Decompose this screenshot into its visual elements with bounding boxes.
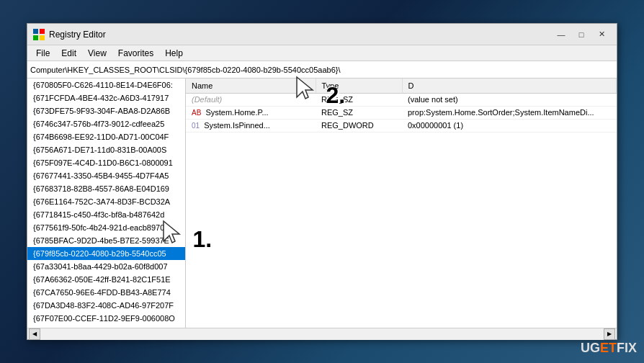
tree-item[interactable]: {676E1164-752C-3A74-8D3F-BCD32A bbox=[27, 195, 185, 208]
row-name: 01 System.IsPinned... bbox=[186, 119, 316, 132]
logo-et: ET bbox=[600, 341, 617, 355]
address-path: Computer\HKEY_CLASSES_ROOT\CLSID\{679f85… bbox=[30, 66, 340, 74]
scroll-right-arrow[interactable]: ▶ bbox=[604, 328, 615, 340]
col-type: Type bbox=[316, 79, 402, 93]
tree-item[interactable]: {67718415-c450-4f3c-bf8a-b487642d bbox=[27, 208, 185, 221]
tree-item[interactable]: {6785BFAC-9D2D-4be5-B7E2-59937E bbox=[27, 234, 185, 247]
menu-bar: File Edit View Favorites Help bbox=[27, 45, 617, 61]
title-bar-left: Registry Editor bbox=[33, 29, 106, 40]
row-name: AB System.Home.P... bbox=[186, 106, 316, 119]
table-row[interactable]: (Default) REG_SZ (value not set) bbox=[186, 93, 617, 106]
menu-favorites[interactable]: Favorites bbox=[112, 47, 159, 60]
tree-item-selected[interactable]: {679f85cb-0220-4080-b29b-5540cc05 bbox=[27, 247, 185, 260]
address-bar[interactable]: Computer\HKEY_CLASSES_ROOT\CLSID\{679f85… bbox=[27, 61, 617, 79]
tree-item[interactable]: {67F07E00-CCEF-11D2-9EF9-006008O bbox=[27, 312, 185, 325]
scroll-left-arrow[interactable]: ◀ bbox=[29, 328, 40, 340]
row-type: REG_SZ bbox=[316, 93, 402, 106]
menu-file[interactable]: File bbox=[30, 47, 55, 60]
scroll-track bbox=[40, 328, 604, 340]
row-value: prop:System.Home.SortOrder;System.ItemNa… bbox=[402, 106, 617, 119]
title-controls: — □ ✕ bbox=[552, 27, 611, 42]
tree-item[interactable]: {673DFE75-9F93-304F-ABA8-D2A86B bbox=[27, 104, 185, 117]
svg-rect-0 bbox=[33, 29, 38, 34]
window-title: Registry Editor bbox=[49, 30, 106, 40]
svg-rect-3 bbox=[40, 35, 45, 40]
table-row[interactable]: 01 System.IsPinned... REG_DWORD 0x000000… bbox=[186, 119, 617, 132]
menu-view[interactable]: View bbox=[82, 47, 112, 60]
row-type: REG_DWORD bbox=[316, 119, 402, 132]
tree-item[interactable]: {67683718-82B8-4557-86A8-E04D169 bbox=[27, 182, 185, 195]
col-name: Name bbox=[186, 79, 316, 93]
tree-item[interactable]: {6746c347-576b-4f73-9012-cdfeea25 bbox=[27, 117, 185, 130]
registry-table: Name Type D (Default) REG_SZ (value not … bbox=[186, 79, 617, 133]
row-value: 0x00000001 (1) bbox=[402, 119, 617, 132]
tree-item[interactable]: {670805F0-C626-4110-8E14-D4E6F06: bbox=[27, 79, 185, 91]
svg-rect-2 bbox=[33, 35, 38, 40]
regedit-icon bbox=[33, 29, 45, 40]
title-bar: Registry Editor — □ ✕ bbox=[27, 24, 617, 45]
tree-item[interactable]: {671FCFDA-4BE4-432c-A6D3-417917 bbox=[27, 91, 185, 104]
tree-item[interactable]: {67A66362-050E-42ff-B241-82C1F51E bbox=[27, 273, 185, 286]
tree-item[interactable]: {675F097E-4C4D-11D0-B6C1-0800091 bbox=[27, 156, 185, 169]
status-bar: ◀ ▶ bbox=[27, 328, 617, 339]
tree-item[interactable]: {6756A671-DE71-11d0-831B-00A00S bbox=[27, 143, 185, 156]
tree-item[interactable]: {67CA7650-96E6-4FDD-BB43-A8E774 bbox=[27, 286, 185, 299]
menu-help[interactable]: Help bbox=[159, 47, 189, 60]
minimize-button[interactable]: — bbox=[552, 27, 571, 42]
left-pane[interactable]: {670805F0-C626-4110-8E14-D4E6F06: {671FC… bbox=[27, 79, 186, 328]
menu-edit[interactable]: Edit bbox=[55, 47, 82, 60]
logo-ug: UG bbox=[581, 341, 600, 355]
ugetfix-branding: UGETFIX bbox=[581, 341, 637, 356]
col-data: D bbox=[402, 79, 617, 93]
right-pane[interactable]: Name Type D (Default) REG_SZ (value not … bbox=[186, 79, 617, 328]
content-area: {670805F0-C626-4110-8E14-D4E6F06: {671FC… bbox=[27, 79, 617, 328]
tree-item[interactable]: {67677441-3350-45B4-9455-4D7F4A5 bbox=[27, 169, 185, 182]
table-row[interactable]: AB System.Home.P... REG_SZ prop:System.H… bbox=[186, 106, 617, 119]
tree-item[interactable]: {67DA3D48-83F2-408C-AD46-97F207F bbox=[27, 299, 185, 312]
registry-editor-window: Registry Editor — □ ✕ File Edit View Fav… bbox=[27, 23, 617, 340]
maximize-button[interactable]: □ bbox=[572, 27, 591, 42]
row-name: (Default) bbox=[186, 93, 316, 106]
row-type: REG_SZ bbox=[316, 106, 402, 119]
close-button[interactable]: ✕ bbox=[592, 27, 611, 42]
logo-fix: FIX bbox=[617, 341, 637, 355]
tree-item[interactable]: {674B6698-EE92-11D0-AD71-00C04F bbox=[27, 130, 185, 143]
svg-rect-1 bbox=[40, 29, 45, 34]
tree-item[interactable]: {677561f9-50fc-4b24-921d-eacb8970 bbox=[27, 221, 185, 234]
tree-item[interactable]: {67a33041-b8aa-4429-b02a-60f8d007 bbox=[27, 260, 185, 273]
row-value: (value not set) bbox=[402, 93, 617, 106]
